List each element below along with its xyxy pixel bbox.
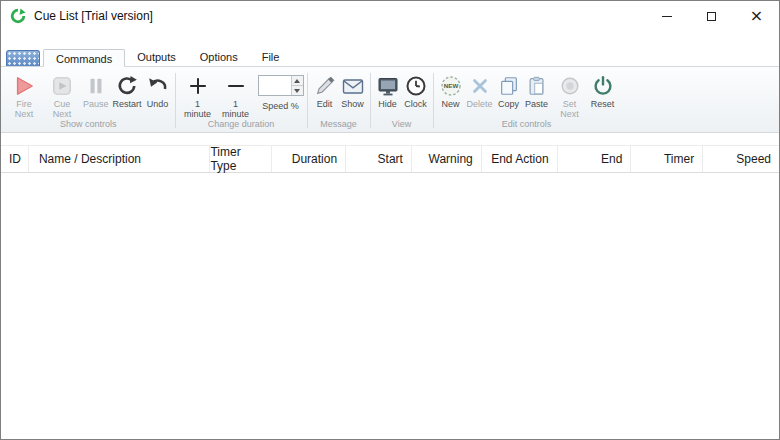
- column-header-id[interactable]: ID: [1, 146, 29, 172]
- new-button[interactable]: NEW New: [437, 71, 465, 109]
- pencil-icon: [314, 72, 336, 99]
- close-button[interactable]: ×: [734, 1, 779, 31]
- minimize-button[interactable]: [644, 1, 689, 31]
- column-header-timer[interactable]: Timer: [631, 146, 703, 172]
- speed-spin-buttons: [291, 76, 303, 95]
- speed-input[interactable]: [259, 76, 291, 95]
- cue-list-body: [1, 173, 779, 439]
- clock-button[interactable]: Clock: [402, 71, 430, 109]
- monitor-icon: [376, 72, 400, 99]
- group-label-message: Message: [311, 119, 367, 132]
- edit-message-label: Edit: [317, 99, 333, 109]
- set-next-icon: [559, 72, 581, 99]
- new-icon: NEW: [439, 72, 463, 99]
- maximize-button[interactable]: [689, 1, 734, 31]
- group-label-show-controls: Show controls: [5, 119, 172, 132]
- group-separator: [307, 73, 308, 128]
- column-header-end[interactable]: End: [558, 146, 632, 172]
- reset-button[interactable]: Reset: [589, 71, 617, 109]
- ribbon-body: Fire Next Cue Next Pause: [1, 67, 779, 133]
- delete-button[interactable]: Delete: [465, 71, 495, 109]
- group-separator: [433, 73, 434, 128]
- group-message: Edit Show Message: [311, 68, 367, 132]
- column-header-start[interactable]: Start: [346, 146, 412, 172]
- app-window: Cue List [Trial version] × Commands Outp…: [0, 0, 780, 440]
- maximize-icon: [707, 12, 716, 21]
- spin-up-icon: [294, 79, 300, 83]
- paste-button[interactable]: Paste: [523, 71, 551, 109]
- delete-label: Delete: [467, 99, 493, 109]
- tab-outputs[interactable]: Outputs: [125, 48, 188, 66]
- minus-icon: [225, 72, 247, 99]
- power-icon: [591, 72, 615, 99]
- fire-next-button[interactable]: Fire Next: [5, 71, 43, 119]
- hide-label: Hide: [378, 99, 397, 109]
- set-next-button[interactable]: Set Next: [551, 71, 589, 119]
- speed-label: Speed %: [262, 101, 299, 111]
- window-controls: ×: [644, 1, 779, 31]
- copy-label: Copy: [498, 99, 519, 109]
- show-message-label: Show: [341, 99, 364, 109]
- group-separator: [175, 73, 176, 128]
- tab-commands[interactable]: Commands: [43, 49, 125, 67]
- add-minute-label: 1 minute: [181, 99, 215, 119]
- add-minute-button[interactable]: 1 minute: [179, 71, 217, 119]
- copy-button[interactable]: Copy: [495, 71, 523, 109]
- spin-down-icon: [294, 89, 300, 93]
- undo-label: Undo: [147, 99, 169, 109]
- pause-label: Pause: [83, 99, 109, 109]
- paste-label: Paste: [525, 99, 548, 109]
- minimize-icon: [662, 16, 672, 17]
- cue-list-header: ID Name / Description Timer Type Duratio…: [1, 145, 779, 173]
- group-separator: [370, 73, 371, 128]
- restart-button[interactable]: Restart: [111, 71, 144, 109]
- speed-down-button[interactable]: [292, 85, 303, 95]
- new-label: New: [442, 99, 460, 109]
- delete-x-icon: [469, 72, 491, 99]
- speed-up-button[interactable]: [292, 76, 303, 85]
- play-icon: [13, 72, 35, 99]
- column-header-name-description[interactable]: Name / Description: [29, 146, 211, 172]
- column-header-speed[interactable]: Speed: [703, 146, 779, 172]
- paste-icon: [526, 72, 548, 99]
- reset-label: Reset: [591, 99, 615, 109]
- column-header-end-action[interactable]: End Action: [482, 146, 558, 172]
- group-view: Hide Clock View: [374, 68, 430, 132]
- column-header-warning[interactable]: Warning: [412, 146, 482, 172]
- speed-control: Speed %: [258, 71, 304, 111]
- group-change-duration: 1 minute 1 minute: [179, 68, 304, 132]
- copy-icon: [498, 72, 520, 99]
- group-label-edit-controls: Edit controls: [437, 119, 617, 132]
- ribbon-tab-row: Commands Outputs Options File: [1, 48, 779, 67]
- app-logo-icon: [10, 8, 26, 24]
- speed-spinbox: [258, 75, 304, 96]
- svg-text:NEW: NEW: [443, 82, 458, 89]
- cue-next-label: Cue Next: [45, 99, 79, 119]
- undo-icon: [146, 72, 170, 99]
- group-show-controls: Fire Next Cue Next Pause: [5, 68, 172, 132]
- clock-label: Clock: [404, 99, 427, 109]
- quick-access-strip: [1, 31, 779, 48]
- column-header-timer-type[interactable]: Timer Type: [210, 146, 272, 172]
- undo-button[interactable]: Undo: [144, 71, 172, 109]
- fire-next-label: Fire Next: [7, 99, 41, 119]
- show-message-button[interactable]: Show: [339, 71, 367, 109]
- group-label-change-duration: Change duration: [179, 119, 304, 132]
- subtract-minute-button[interactable]: 1 minute: [217, 71, 255, 119]
- tab-options[interactable]: Options: [188, 48, 250, 66]
- group-label-view: View: [374, 119, 430, 132]
- clock-icon: [404, 72, 428, 99]
- pause-button[interactable]: Pause: [81, 71, 111, 109]
- hide-button[interactable]: Hide: [374, 71, 402, 109]
- tab-file[interactable]: File: [250, 48, 292, 66]
- restart-icon: [115, 72, 139, 99]
- app-menu-tab[interactable]: [6, 50, 40, 66]
- edit-message-button[interactable]: Edit: [311, 71, 339, 109]
- column-header-duration[interactable]: Duration: [272, 146, 346, 172]
- cue-icon: [51, 72, 73, 99]
- subtract-minute-label: 1 minute: [219, 99, 253, 119]
- set-next-label: Set Next: [553, 99, 587, 119]
- plus-icon: [187, 72, 209, 99]
- cue-next-button[interactable]: Cue Next: [43, 71, 81, 119]
- restart-label: Restart: [113, 99, 142, 109]
